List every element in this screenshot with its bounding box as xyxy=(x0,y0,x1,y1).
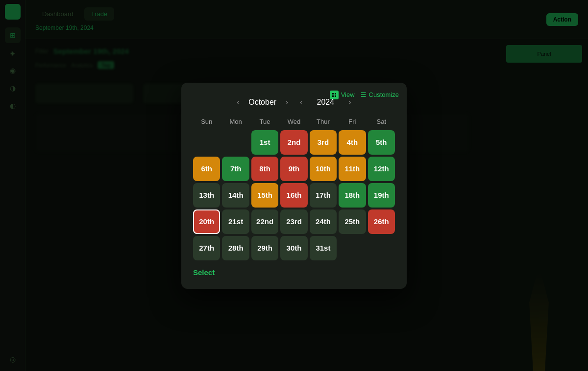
calendar-day-12[interactable]: 12th xyxy=(368,157,395,181)
customize-button[interactable]: ☰ Customize xyxy=(361,91,399,98)
calendar-day-6[interactable]: 6th xyxy=(193,157,220,181)
svg-rect-2 xyxy=(332,95,334,97)
month-label: October xyxy=(245,98,280,107)
calendar-day-20[interactable]: 20th xyxy=(193,209,220,234)
day-header: Fri xyxy=(339,116,366,127)
svg-rect-0 xyxy=(332,93,334,94)
calendar-day-15[interactable]: 15th xyxy=(251,183,278,208)
calendar-day-2[interactable]: 2nd xyxy=(280,130,307,155)
calendar-day-13[interactable]: 13th xyxy=(193,183,220,208)
calendar-modal: View ☰ Customize ‹ October › ‹ 2024 › xyxy=(181,83,407,289)
prev-month-button[interactable]: ‹ xyxy=(235,97,241,107)
calendar-day-5[interactable]: 5th xyxy=(368,130,395,155)
calendar-day-24[interactable]: 24th xyxy=(310,209,337,234)
view-icon xyxy=(330,91,339,99)
calendar-day-22[interactable]: 22nd xyxy=(251,209,278,234)
svg-rect-3 xyxy=(335,95,336,97)
next-month-button[interactable]: › xyxy=(284,97,290,107)
modal-overlay[interactable]: View ☰ Customize ‹ October › ‹ 2024 › xyxy=(0,0,588,371)
calendar-empty-cell xyxy=(368,236,395,260)
day-header: Mon xyxy=(222,116,249,127)
calendar-day-7[interactable]: 7th xyxy=(222,157,249,181)
calendar-day-16[interactable]: 16th xyxy=(280,183,307,208)
customize-icon: ☰ xyxy=(361,91,367,98)
prev-year-button[interactable]: ‹ xyxy=(298,97,304,107)
calendar-day-21[interactable]: 21st xyxy=(222,209,249,234)
calendar-empty-cell xyxy=(193,130,220,155)
calendar-day-18[interactable]: 18th xyxy=(339,183,366,208)
view-button[interactable]: View xyxy=(330,91,355,99)
calendar-grid: 1st2nd3rd4th5th6th7th8th9th10th11th12th1… xyxy=(193,130,395,260)
calendar-day-14[interactable]: 14th xyxy=(222,183,249,208)
svg-rect-1 xyxy=(335,93,336,94)
select-button[interactable]: Select xyxy=(193,268,215,277)
month-nav-group: ‹ October › xyxy=(235,97,290,107)
calendar-day-1[interactable]: 1st xyxy=(251,130,278,155)
app-background: ⊞ ◈ ◉ ◑ ◐ ◎ Dashboard Trade September 19… xyxy=(0,0,588,371)
calendar-day-30[interactable]: 30th xyxy=(280,236,307,260)
calendar-day-4[interactable]: 4th xyxy=(339,130,366,155)
calendar-day-19[interactable]: 19th xyxy=(368,183,395,208)
day-header: Tue xyxy=(251,116,278,127)
calendar-day-17[interactable]: 17th xyxy=(310,183,337,208)
calendar-day-26[interactable]: 26th xyxy=(368,209,395,234)
day-header: Wed xyxy=(280,116,307,127)
calendar-empty-cell xyxy=(339,236,366,260)
calendar-day-23[interactable]: 23rd xyxy=(280,209,307,234)
calendar-day-31[interactable]: 31st xyxy=(310,236,337,260)
calendar-day-25[interactable]: 25th xyxy=(339,209,366,234)
calendar-day-9[interactable]: 9th xyxy=(280,157,307,181)
calendar-day-28[interactable]: 28th xyxy=(222,236,249,260)
day-headers-row: SunMonTueWedThurFriSat xyxy=(193,116,395,127)
calendar-empty-cell xyxy=(222,130,249,155)
calendar-day-11[interactable]: 11th xyxy=(339,157,366,181)
calendar-day-10[interactable]: 10th xyxy=(310,157,337,181)
calendar-day-29[interactable]: 29th xyxy=(251,236,278,260)
calendar-day-3[interactable]: 3rd xyxy=(310,130,337,155)
calendar-day-27[interactable]: 27th xyxy=(193,236,220,260)
day-header: Thur xyxy=(310,116,337,127)
day-header: Sun xyxy=(193,116,220,127)
calendar-day-8[interactable]: 8th xyxy=(251,157,278,181)
modal-controls: View ☰ Customize xyxy=(330,91,399,99)
day-header: Sat xyxy=(368,116,395,127)
